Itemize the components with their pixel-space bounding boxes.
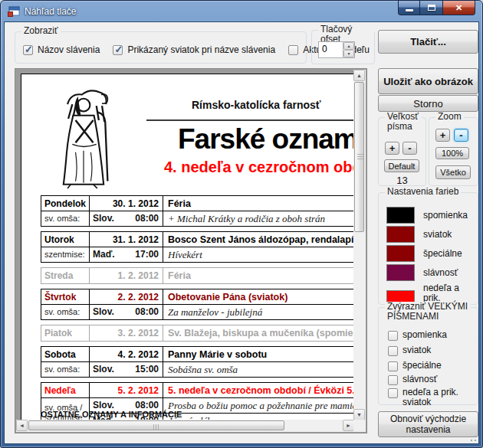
day-name: Nedeľa xyxy=(41,383,89,397)
titlebar[interactable]: Náhľad tlače ✕ xyxy=(1,1,482,21)
mass-intention: + Michal Krátky a rodičia z oboh strán xyxy=(163,211,354,226)
display-option-0[interactable]: Názov slávenia xyxy=(23,44,100,55)
day-title: Féria xyxy=(163,196,354,211)
zoom-fit-all-button[interactable]: Všetko xyxy=(435,165,471,179)
mass-label-line: sv. omša: xyxy=(44,307,89,317)
mass-language: Slov. xyxy=(93,362,114,377)
display-option-1-label: Prikázaný sviatok pri názve slávenia xyxy=(127,44,275,55)
save-as-image-button[interactable]: Uložiť ako obrázok xyxy=(378,68,478,94)
day-date: 5. 2. 2012 xyxy=(89,383,163,397)
caps-option-1[interactable]: sviatok xyxy=(388,345,464,356)
mass-intention: Prosba o božiu pomoc a požehnanie pre ma… xyxy=(163,398,354,413)
mass-time: 17:00 xyxy=(135,247,159,262)
checkbox-icon[interactable] xyxy=(388,375,398,385)
checkbox-icon[interactable] xyxy=(388,361,398,371)
checkbox-icon[interactable] xyxy=(388,346,398,356)
font-increase-button[interactable]: + xyxy=(385,142,399,155)
day-title: Obetovanie Pána (sviatok) xyxy=(163,289,354,304)
caps-option-4-label: nedeľa a prik. sviatok xyxy=(402,388,464,407)
display-option-1[interactable]: Prikázaný sviatok pri názve slávenia xyxy=(113,44,275,55)
caps-option-2[interactable]: špeciálne xyxy=(388,361,464,371)
color-swatch-label: špeciálne xyxy=(423,249,471,259)
caps-option-0[interactable]: spomienka xyxy=(388,330,464,341)
offset-down-icon[interactable]: ▼ xyxy=(343,50,354,57)
maximize-button[interactable] xyxy=(420,1,442,15)
horizontal-scroll-thumb[interactable] xyxy=(28,420,284,430)
document-title: Farské oznamy xyxy=(178,123,354,155)
day-name: Utorok xyxy=(41,232,89,247)
scroll-down-icon[interactable]: ▼ xyxy=(353,409,365,420)
font-default-button[interactable]: Default xyxy=(384,159,419,172)
minimize-icon xyxy=(406,9,413,11)
mass-intention: Hívekért xyxy=(163,247,354,262)
checkbox-icon[interactable] xyxy=(388,331,398,341)
mass-language: Maď. xyxy=(93,247,115,262)
checkbox-icon[interactable] xyxy=(23,45,33,55)
day-date: 1. 2. 2012 xyxy=(89,268,163,283)
preview-viewport[interactable]: Rímsko-katolícka farnosť Farské oznamy 4… xyxy=(16,70,354,420)
offset-up-icon[interactable]: ▲ xyxy=(343,42,354,50)
display-options-caption: Zobraziť xyxy=(21,26,61,36)
day-header-row: Streda1. 2. 2012Féria xyxy=(41,268,354,283)
day-name: Sobota xyxy=(41,347,89,361)
day-block: Sobota4. 2. 2012Panny Márie v sobotusv. … xyxy=(41,346,354,378)
zoom-in-button[interactable]: + xyxy=(435,129,450,142)
scroll-left-icon[interactable]: ◄ xyxy=(16,420,28,431)
day-header-row: Sobota4. 2. 2012Panny Márie v sobotu xyxy=(41,347,354,362)
vertical-scroll-thumb[interactable] xyxy=(354,82,364,232)
maximize-icon xyxy=(428,5,435,11)
reset-settings-button[interactable]: Obnoviť východzie nastavenia xyxy=(378,411,478,437)
document-page: Rímsko-katolícka farnosť Farské oznamy 4… xyxy=(21,74,354,420)
color-settings-caption: Nastavenia farieb xyxy=(385,187,461,197)
color-swatch[interactable] xyxy=(386,245,415,262)
minimize-button[interactable] xyxy=(398,1,420,15)
vertical-scrollbar[interactable]: ▲ ▼ xyxy=(353,70,366,420)
color-swatch[interactable] xyxy=(386,207,415,224)
horizontal-scrollbar[interactable]: ◄ ► xyxy=(16,420,354,432)
caps-option-3-label: slávnosť xyxy=(402,374,464,384)
zoom-out-button[interactable]: - xyxy=(454,129,468,142)
document-footer: OSTATNÉ OZNAMY A INFORMÁCIE xyxy=(41,410,182,419)
print-button[interactable]: Tlačiť... xyxy=(378,30,478,54)
print-offset-stepper[interactable]: 0 ▲ ▼ xyxy=(318,41,355,58)
day-date: 4. 2. 2012 xyxy=(89,347,163,361)
font-decrease-button[interactable]: - xyxy=(402,142,417,155)
day-header-row: Utorok31. 1. 2012Bosco Szent János áldoz… xyxy=(41,232,354,247)
thumb-grip xyxy=(357,154,363,160)
day-block: Utorok31. 1. 2012Bosco Szent János áldoz… xyxy=(41,231,354,263)
scroll-up-icon[interactable]: ▲ xyxy=(353,70,365,81)
scroll-right-icon[interactable]: ► xyxy=(343,420,354,431)
day-block: Štvrtok2. 2. 2012Obetovanie Pána (sviato… xyxy=(41,289,354,320)
mass-time: 08:00 xyxy=(135,211,159,226)
color-swatch[interactable] xyxy=(386,264,415,281)
day-block: Streda1. 2. 2012Féria xyxy=(41,267,354,284)
caps-option-3[interactable]: slávnosť xyxy=(388,374,464,385)
zoom-100-button[interactable]: 100% xyxy=(435,147,469,159)
mass-intention: Za manželov - jubilejná xyxy=(163,305,354,319)
color-setting-row: spomienka xyxy=(386,207,471,224)
checkbox-icon[interactable] xyxy=(388,388,398,398)
close-button[interactable]: ✕ xyxy=(442,1,475,15)
mass-lang-time: Slov.15:00 xyxy=(89,362,163,377)
checkbox-icon[interactable] xyxy=(113,45,123,55)
zoom-caption: Zoom xyxy=(435,112,464,122)
caps-option-1-label: sviatok xyxy=(402,345,464,355)
cancel-button[interactable]: Storno xyxy=(378,95,478,112)
mass-time: 08:00 xyxy=(135,305,159,319)
caps-option-2-label: špeciálne xyxy=(402,361,464,371)
mass-rows: Slov.08:00+ Michal Krátky a rodičia z ob… xyxy=(89,211,354,226)
mass-label: sv. omša: xyxy=(41,362,89,377)
caps-option-4[interactable]: nedeľa a prik. sviatok xyxy=(388,388,464,407)
color-setting-row: sviatok xyxy=(386,226,471,243)
mass-label-line: sv. omša: xyxy=(44,214,89,224)
app-icon xyxy=(8,5,20,18)
resize-grip[interactable] xyxy=(468,433,477,442)
day-date: 3. 2. 2012 xyxy=(89,325,163,341)
print-offset-value: 0 xyxy=(319,42,343,57)
print-preview-window: Náhľad tlače ✕ Zobraziť Názov sláveniaPr… xyxy=(0,0,483,448)
mass-lang-time: Slov.08:00 xyxy=(89,211,163,226)
day-title: 5. nedeľa v cezročnom období / Évközi 5.… xyxy=(163,383,354,397)
checkbox-icon[interactable] xyxy=(288,45,298,55)
day-name: Streda xyxy=(41,268,89,283)
color-swatch[interactable] xyxy=(386,226,415,243)
